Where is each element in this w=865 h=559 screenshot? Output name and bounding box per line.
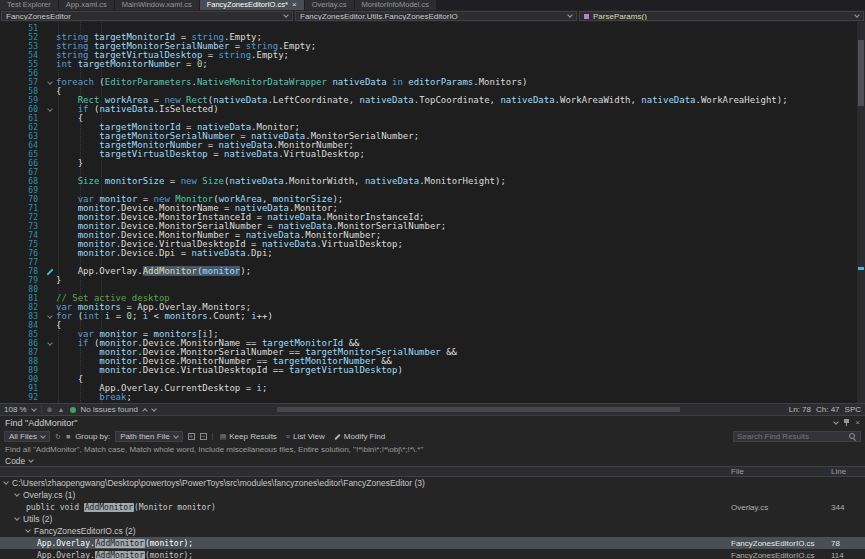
tab-test-explorer[interactable]: Test Explorer [0,0,58,10]
gutter [44,105,56,114]
gutter [44,294,56,303]
warnings-icon[interactable]: ▲ [58,406,65,413]
prev-issue-icon[interactable] [142,408,148,414]
gutter [44,186,56,195]
code-section-label: Code [5,456,25,466]
member-dropdown-label: ParseParams() [593,12,647,21]
result-group-label: Utils (2) [23,514,52,524]
gutter [44,330,56,339]
collapse-all-icon[interactable]: − [200,433,207,440]
editor-vertical-scrollbar[interactable] [857,22,865,403]
scrollbar-thumb[interactable] [277,407,680,412]
gutter [44,249,56,258]
gutter [44,69,56,78]
gutter [44,177,56,186]
window-menu-icon[interactable] [833,419,839,425]
find-result-row[interactable]: Utils (2) [0,513,865,525]
project-dropdown[interactable]: FancyZonesEditor [1,11,293,21]
fold-chevron-icon[interactable] [47,106,53,112]
member-dropdown[interactable]: ParseParams() [579,11,864,21]
line-number: 90 [0,375,44,384]
visual-studio-window: Test ExplorerApp.xaml.csMainWindow.xaml.… [0,0,865,559]
stop-icon[interactable]: ■ [66,433,70,440]
find-result-row[interactable]: FancyZonesEditorIO.cs (2) [0,525,865,537]
code-line-66: 66 } [0,159,865,168]
line-number: 87 [0,348,44,357]
chevron-down-icon [567,12,573,18]
gutter [44,78,56,87]
expander-icon[interactable] [25,527,31,533]
scope-dropdown[interactable]: All Files [4,431,50,442]
keep-results-toggle[interactable]: ▤ Keep Results [218,432,279,441]
line-number: 79 [0,276,44,285]
gutter [44,123,56,132]
scrollbar-thumb[interactable] [858,40,864,106]
match-highlight: AddMonitor [95,539,145,548]
group-by-dropdown[interactable]: Path then File [115,431,182,442]
find-result-row[interactable]: App.Overlay.AddMonitor(monitor);FancyZon… [0,549,865,559]
gutter [44,393,56,402]
match-highlight: AddMonitor [95,551,145,559]
file-column-header[interactable]: File [729,467,829,476]
result-line: 114 [829,551,865,559]
result-name-cell: App.Overlay.AddMonitor(monitor); [0,539,729,548]
gutter [44,285,56,294]
code-section-header[interactable]: Code [0,455,865,466]
code-line-83: 83for (int i = 0; i < monitors.Count; i+… [0,312,865,321]
gutter [44,33,56,42]
line-column-header[interactable]: Line [829,467,865,476]
expand-all-icon[interactable]: + [188,433,195,440]
find-result-row[interactable]: public void AddMonitor(Monitor monitor)O… [0,501,865,513]
pin-icon[interactable] [844,419,849,426]
list-view-toggle[interactable]: ≡ List View [284,432,327,441]
fold-chevron-icon[interactable] [47,79,53,85]
search-find-results-box[interactable] [733,431,861,442]
health-status[interactable]: No issues found [81,405,138,414]
tab-monitorinfomodel-cs[interactable]: MonitorInfoModel.cs [355,0,437,10]
gutter [44,204,56,213]
search-find-results-input[interactable] [737,432,845,441]
code-line-60: 60 if (nativeData.IsSelected) [0,105,865,114]
result-file: FancyZonesEditorIO.cs [729,551,829,559]
close-icon[interactable]: × [292,1,297,9]
zoom-control[interactable]: 108 % [4,405,27,414]
tab-app-xaml-cs[interactable]: App.xaml.cs [59,0,114,10]
gutter [44,267,56,276]
find-result-row[interactable]: C:\Users\zhaopengwang\Desktop\powertoys\… [0,477,865,489]
line-number: 75 [0,240,44,249]
fold-chevron-icon[interactable] [47,313,53,319]
repeat-search-icon[interactable]: ↻ [55,433,61,440]
health-ok-icon [70,407,76,413]
next-issue-icon[interactable] [151,406,157,412]
modify-find-button[interactable]: Modify Find [332,432,387,441]
expander-icon[interactable] [3,479,9,485]
find-results-toolbar: All Files ↻ ■ Group by: Path then File +… [0,429,865,444]
find-result-row[interactable]: Overlay.cs (1) [0,489,865,501]
expander-icon[interactable] [14,491,20,497]
tab-label: FancyZonesEditorIO.cs* [207,0,288,10]
fold-chevron-icon[interactable] [47,340,53,346]
chevron-down-icon[interactable] [31,406,37,412]
errors-icon[interactable]: ⊗ [47,406,53,413]
keep-results-label: Keep Results [229,432,277,441]
tab-overlay-cs[interactable]: Overlay.cs [305,0,354,10]
type-dropdown[interactable]: FancyZonesEditor.Utils.FancyZonesEditorI… [295,11,577,21]
tab-mainwindow-xaml-cs[interactable]: MainWindow.xaml.cs [115,0,199,10]
code-text: if (nativeData.IsSelected) [56,105,865,114]
code-line-76: 76 monitor.Device.Dpi = nativeData.Dpi; [0,249,865,258]
tab-fancyzoneseditorio-cs[interactable]: FancyZonesEditorIO.cs*× [200,0,304,10]
search-icon[interactable] [848,432,857,441]
expander-icon[interactable] [14,515,20,521]
editor-status-strip: 108 % ⊗ ▲ No issues found Ln: 78 Ch: 47 … [0,403,865,415]
find-result-row[interactable]: App.Overlay.AddMonitor(monitor);FancyZon… [0,537,865,549]
line-number: 57 [0,78,44,87]
close-icon[interactable]: × [855,419,860,427]
code-editor[interactable]: 5152string targetMonitorId = string.Empt… [0,22,865,403]
code-text: App.Overlay.CurrentDesktop = i; [56,384,865,393]
line-number: 70 [0,195,44,204]
line-number: 81 [0,294,44,303]
code-line-57: 57foreach (EditorParameters.NativeMonito… [0,78,865,87]
line-number: 77 [0,258,44,267]
editor-horizontal-scrollbar[interactable] [167,406,778,413]
group-by-label: Group by: [75,432,110,441]
